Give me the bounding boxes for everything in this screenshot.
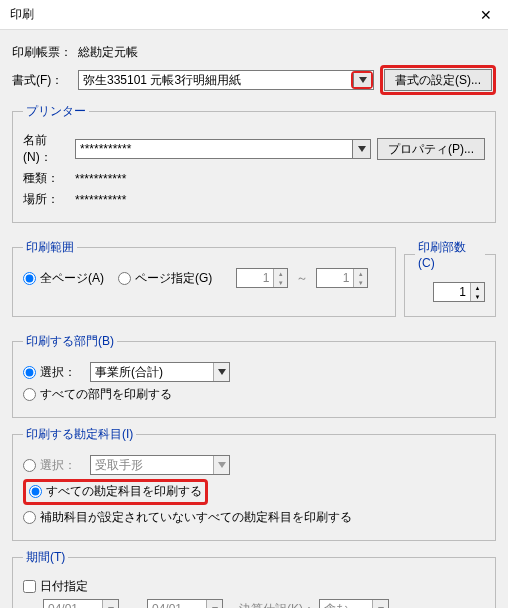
titlebar: 印刷 ✕ — [0, 0, 508, 30]
printer-location-label: 場所： — [23, 191, 75, 208]
printer-location-value: *********** — [75, 193, 126, 207]
account-select-combo: 受取手形 — [90, 455, 230, 475]
print-form-value: 総勘定元帳 — [78, 44, 138, 61]
dept-all-radio[interactable]: すべての部門を印刷する — [23, 386, 172, 403]
print-range-legend: 印刷範囲 — [23, 239, 77, 256]
dept-group: 印刷する部門(B) 選択： 事業所(合計) すべての部門を印刷する — [12, 333, 496, 418]
dept-select-radio[interactable]: 選択： — [23, 364, 76, 381]
window-title: 印刷 — [10, 6, 464, 23]
account-select-radio[interactable]: 選択： — [23, 457, 76, 474]
period-from: 04/01 ▾ — [43, 599, 119, 608]
period-to: 04/01 ▾ — [147, 599, 223, 608]
up-icon[interactable]: ▲ — [274, 269, 287, 278]
chevron-down-icon: ▾ — [372, 600, 388, 608]
printer-name-label: 名前(N)： — [23, 132, 75, 166]
format-combo-text: 弥生335101 元帳3行明細用紙 — [79, 71, 351, 89]
page-from-spin[interactable]: 1 ▲▼ — [236, 268, 288, 288]
printer-name-combo[interactable]: *********** — [75, 139, 371, 159]
dept-select-combo[interactable]: 事業所(合計) — [90, 362, 230, 382]
account-legend: 印刷する勘定科目(I) — [23, 426, 136, 443]
format-combo[interactable]: 弥生335101 元帳3行明細用紙 — [78, 70, 374, 90]
close-icon: ✕ — [480, 7, 492, 23]
print-form-label: 印刷帳票： — [12, 44, 78, 61]
all-pages-radio[interactable]: 全ページ(A) — [23, 270, 104, 287]
account-aux-radio[interactable]: 補助科目が設定されていないすべての勘定科目を印刷する — [23, 509, 352, 526]
account-group: 印刷する勘定科目(I) 選択： 受取手形 すべての勘定科目を印刷する 補助科目が… — [12, 426, 496, 541]
page-spec-radio[interactable]: ページ指定(G) — [118, 270, 212, 287]
date-spec-checkbox[interactable]: 日付指定 — [23, 578, 88, 595]
copies-spin[interactable]: 1 ▲▼ — [433, 282, 485, 302]
tilde: ～ — [296, 270, 308, 287]
format-settings-button[interactable]: 書式の設定(S)... — [384, 69, 492, 91]
copies-legend: 印刷部数(C) — [415, 239, 485, 270]
period-group: 期間(T) 日付指定 04/01 ▾ ～ 04/01 ▾ 決算仕訳(K)： 含む… — [12, 549, 496, 608]
chevron-down-icon[interactable] — [352, 140, 370, 158]
printer-group: プリンター 名前(N)： *********** プロパティ(P)... 種類：… — [12, 103, 496, 223]
dialog-content: 印刷帳票： 総勘定元帳 書式(F)： 弥生335101 元帳3行明細用紙 書式の… — [0, 30, 508, 608]
copies-group: 印刷部数(C) 1 ▲▼ — [404, 239, 496, 317]
down-icon[interactable]: ▼ — [274, 278, 287, 287]
closing-combo: 含む ▾ — [319, 599, 389, 608]
printer-name-text: *********** — [76, 140, 352, 158]
down-icon[interactable]: ▼ — [471, 292, 484, 301]
page-to-spin[interactable]: 1 ▲▼ — [316, 268, 368, 288]
print-range-group: 印刷範囲 全ページ(A) ページ指定(G) 1 ▲▼ ～ 1 ▲▼ — [12, 239, 396, 317]
account-all-radio[interactable]: すべての勘定科目を印刷する — [29, 483, 202, 500]
printer-type-value: *********** — [75, 172, 126, 186]
chevron-down-icon[interactable] — [213, 363, 229, 381]
up-icon[interactable]: ▲ — [354, 269, 367, 278]
printer-legend: プリンター — [23, 103, 89, 120]
down-icon[interactable]: ▼ — [354, 278, 367, 287]
tilde: ～ — [127, 601, 139, 609]
format-label: 書式(F)： — [12, 72, 78, 89]
close-button[interactable]: ✕ — [464, 0, 508, 30]
chevron-down-icon: ▾ — [206, 600, 222, 608]
up-icon[interactable]: ▲ — [471, 283, 484, 292]
chevron-down-icon — [213, 456, 229, 474]
printer-type-label: 種類： — [23, 170, 75, 187]
printer-properties-button[interactable]: プロパティ(P)... — [377, 138, 485, 160]
dept-legend: 印刷する部門(B) — [23, 333, 117, 350]
period-legend: 期間(T) — [23, 549, 68, 566]
chevron-down-icon[interactable] — [353, 73, 371, 87]
chevron-down-icon: ▾ — [102, 600, 118, 608]
closing-label: 決算仕訳(K)： — [239, 601, 315, 609]
